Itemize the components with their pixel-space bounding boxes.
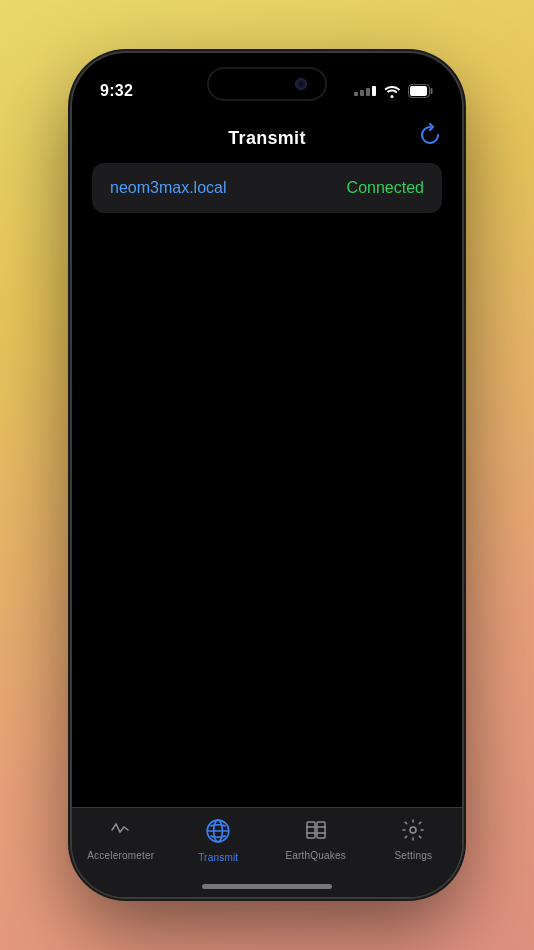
- tab-item-earthquakes[interactable]: EarthQuakes: [281, 818, 351, 861]
- battery-icon: [408, 84, 434, 98]
- earthquakes-icon: [304, 818, 328, 846]
- settings-icon: [401, 818, 425, 846]
- refresh-button[interactable]: [418, 123, 442, 153]
- accelerometer-icon: [109, 818, 133, 846]
- svg-rect-7: [317, 822, 325, 838]
- main-content: neom3max.local Connected: [72, 163, 462, 807]
- svg-rect-6: [307, 822, 315, 838]
- home-indicator: [202, 884, 332, 889]
- tab-label-accelerometer: Accelerometer: [87, 850, 154, 861]
- front-camera: [295, 78, 307, 90]
- tab-item-accelerometer[interactable]: Accelerometer: [86, 818, 156, 861]
- phone-frame: 9:32 Transmit: [72, 53, 462, 897]
- tab-label-earthquakes: EarthQuakes: [285, 850, 346, 861]
- svg-rect-2: [410, 86, 427, 96]
- svg-point-12: [410, 827, 416, 833]
- tab-item-transmit[interactable]: Transmit: [183, 818, 253, 863]
- dynamic-island: [207, 67, 327, 101]
- page-title: Transmit: [228, 128, 305, 149]
- tab-label-settings: Settings: [394, 850, 432, 861]
- status-icons: [354, 81, 434, 101]
- tab-label-transmit: Transmit: [198, 852, 238, 863]
- connection-host: neom3max.local: [110, 179, 227, 197]
- status-time: 9:32: [100, 82, 133, 100]
- cellular-signal-icon: [354, 86, 376, 96]
- wifi-icon: [382, 81, 402, 101]
- connection-status: Connected: [347, 179, 424, 197]
- transmit-icon: [205, 818, 231, 848]
- tab-item-settings[interactable]: Settings: [378, 818, 448, 861]
- svg-rect-1: [431, 88, 433, 94]
- nav-bar: Transmit: [72, 113, 462, 163]
- connection-row[interactable]: neom3max.local Connected: [92, 163, 442, 213]
